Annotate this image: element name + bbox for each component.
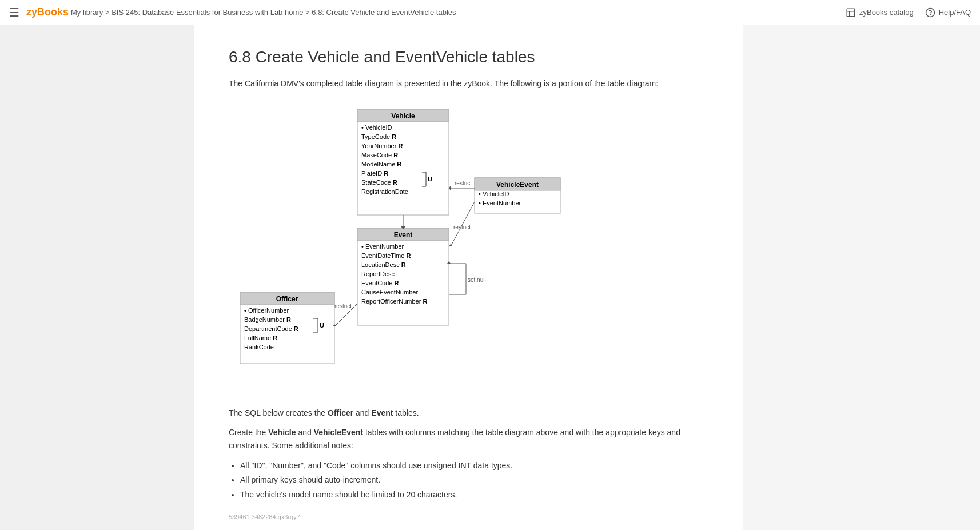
note-item: All "ID", "Number", and "Code" columns s… [240,459,709,473]
header-right: zyBooks catalog Help/FAQ [846,7,971,18]
officer-bold: Officer [328,408,353,417]
svg-rect-0 [847,9,855,17]
svg-point-4 [930,14,930,15]
page-wrapper: 6.8 Create Vehicle and EventVehicle tabl… [0,25,980,530]
svg-text:RankCode: RankCode [244,344,274,350]
svg-text:• EventNumber: • EventNumber [479,200,521,206]
svg-text:• VehicleID: • VehicleID [361,124,392,131]
vehicle-bold: Vehicle [268,428,296,437]
logo[interactable]: zyBooks [26,6,69,18]
menu-icon[interactable]: ☰ [9,6,19,19]
footer-id: 539461 3482284 qx3rqy7 [229,513,709,520]
svg-text:VehicleEvent: VehicleEvent [496,181,539,189]
svg-text:FullName R: FullName R [244,334,277,341]
svg-text:EventDateTime R: EventDateTime R [361,252,411,259]
svg-text:restrict: restrict [453,224,471,230]
svg-text:• VehicleID: • VehicleID [479,190,509,197]
svg-text:U: U [428,176,432,182]
app-header: ☰ zyBooks My library > BIS 245: Database… [0,0,980,25]
svg-text:restrict: restrict [334,303,352,309]
svg-text:BadgeNumber R: BadgeNumber R [244,316,291,323]
svg-text:CauseEventNumber: CauseEventNumber [361,289,418,296]
zybooks-catalog-button[interactable]: zyBooks catalog [846,7,914,18]
svg-text:LocationDesc R: LocationDesc R [361,261,406,268]
sql-description: The SQL below creates the Officer and Ev… [229,407,709,419]
svg-text:Officer: Officer [276,295,298,303]
sidebar [0,25,194,530]
svg-text:TypeCode R: TypeCode R [361,133,396,140]
breadcrumb: My library > BIS 245: Database Essential… [71,8,456,17]
catalog-label: zyBooks catalog [859,8,914,17]
svg-text:StateCode R: StateCode R [361,179,397,186]
svg-text:MakeCode R: MakeCode R [361,152,398,158]
svg-text:YearNumber R: YearNumber R [361,142,403,149]
svg-text:restrict: restrict [455,180,472,186]
diagram-container: Vehicle • VehicleID TypeCode R YearNumbe… [229,103,709,389]
svg-text:PlateID R: PlateID R [361,170,388,177]
note-item: All primary keys should auto-increment. [240,473,709,487]
help-label: Help/FAQ [939,8,971,17]
main-content: 6.8 Create Vehicle and EventVehicle tabl… [194,25,743,530]
svg-text:• EventNumber: • EventNumber [361,243,404,250]
notes-list: All "ID", "Number", and "Code" columns s… [240,459,709,502]
event-bold: Event [371,408,393,417]
svg-text:• OfficerNumber: • OfficerNumber [244,307,289,314]
svg-text:set null: set null [468,277,486,283]
svg-text:ReportOfficerNumber R: ReportOfficerNumber R [361,298,427,305]
svg-text:DepartmentCode R: DepartmentCode R [244,325,298,332]
intro-text: The California DMV's completed table dia… [229,78,709,90]
svg-text:Event: Event [394,231,413,239]
create-description: Create the Vehicle and VehicleEvent tabl… [229,426,709,452]
diagram-svg: Vehicle • VehicleID TypeCode R YearNumbe… [229,103,595,389]
svg-text:ReportDesc: ReportDesc [361,270,395,277]
page-title: 6.8 Create Vehicle and EventVehicle tabl… [229,48,709,66]
svg-text:RegistrationDate: RegistrationDate [361,188,408,195]
svg-text:ModelName R: ModelName R [361,161,401,168]
vehicleevent-bold: VehicleEvent [314,428,363,437]
svg-text:U: U [320,322,324,329]
svg-text:EventCode R: EventCode R [361,280,399,286]
svg-text:Vehicle: Vehicle [391,112,415,120]
help-faq-button[interactable]: Help/FAQ [925,7,971,18]
note-item: The vehicle's model name should be limit… [240,488,709,502]
